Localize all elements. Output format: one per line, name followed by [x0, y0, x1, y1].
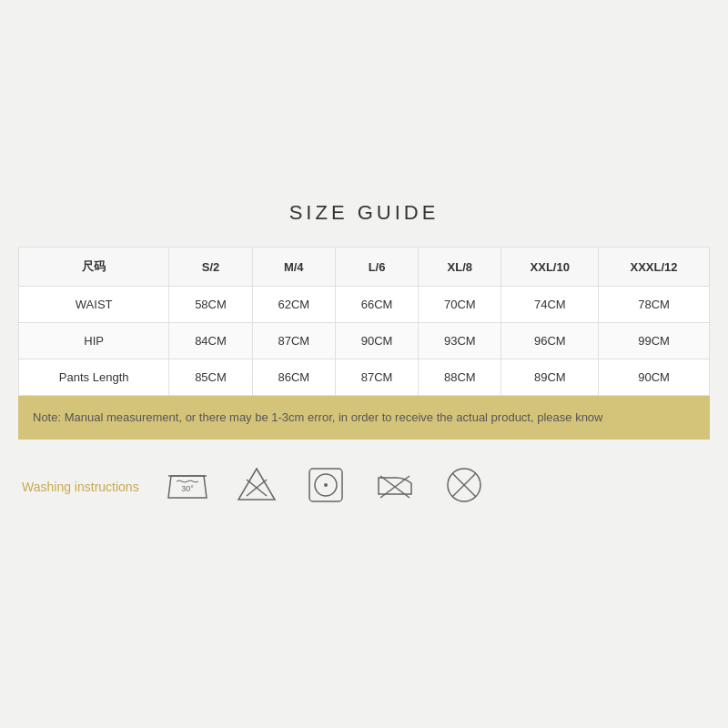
col-header-m4: M/4	[252, 248, 335, 287]
do-not-iron-icon	[371, 461, 419, 512]
row-pantslength-s2: 85CM	[169, 359, 252, 396]
row-pantslength-xl8: 88CM	[419, 359, 501, 396]
note-text: Note: Manual measurement, or there may b…	[33, 410, 602, 424]
row-waist-label: WAIST	[19, 287, 169, 323]
row-hip-l6: 90CM	[335, 323, 418, 359]
washing-label: Washing instructions	[18, 480, 164, 494]
row-waist-m4: 62CM	[252, 287, 335, 323]
row-waist-s2: 58CM	[169, 287, 252, 323]
tumble-dry-icon	[302, 461, 349, 512]
table-row: HIP 84CM 87CM 90CM 93CM 96CM 99CM	[19, 323, 710, 359]
row-waist-xl8: 70CM	[419, 287, 501, 323]
col-header-size: 尺码	[19, 248, 169, 287]
col-header-xl8: XL/8	[419, 248, 501, 287]
row-pantslength-xxl10: 89CM	[501, 359, 599, 396]
row-pantslength-label: Pants Length	[19, 359, 169, 396]
washing-section: Washing instructions 30°	[18, 440, 710, 527]
row-hip-xxl10: 96CM	[501, 323, 599, 359]
svg-point-7	[324, 483, 328, 487]
do-not-bleach-icon	[233, 461, 280, 512]
col-header-xxl10: XXL/10	[501, 248, 599, 287]
row-pantslength-m4: 86CM	[252, 359, 335, 396]
col-header-l6: L/6	[335, 248, 418, 287]
wash-30-icon: 30°	[164, 461, 211, 512]
row-pantslength-xxxl12: 90CM	[599, 359, 710, 396]
row-hip-label: HIP	[19, 323, 169, 359]
row-pantslength-l6: 87CM	[335, 359, 418, 396]
table-header-row: 尺码 S/2 M/4 L/6 XL/8 XXL/10 XXXL/12	[19, 248, 710, 287]
page-container: SIZE GUIDE 尺码 S/2 M/4 L/6 XL/8 XXL/10 XX…	[18, 201, 710, 527]
note-bar: Note: Manual measurement, or there may b…	[18, 396, 710, 440]
svg-marker-2	[238, 469, 275, 500]
table-row: WAIST 58CM 62CM 66CM 70CM 74CM 78CM	[19, 287, 710, 323]
col-header-s2: S/2	[169, 248, 252, 287]
row-waist-l6: 66CM	[335, 287, 418, 323]
row-hip-xxxl12: 99CM	[599, 323, 710, 359]
row-waist-xxl10: 74CM	[501, 287, 599, 323]
washing-icons: 30°	[164, 461, 488, 512]
row-hip-s2: 84CM	[169, 323, 252, 359]
row-hip-m4: 87CM	[252, 323, 335, 359]
table-row: Pants Length 85CM 86CM 87CM 88CM 89CM 90…	[19, 359, 710, 396]
row-waist-xxxl12: 78CM	[599, 287, 710, 323]
col-header-xxxl12: XXXL/12	[599, 248, 710, 287]
row-hip-xl8: 93CM	[419, 323, 501, 359]
svg-text:30°: 30°	[181, 484, 194, 493]
do-not-dry-clean-icon	[440, 461, 488, 512]
size-table: 尺码 S/2 M/4 L/6 XL/8 XXL/10 XXXL/12 WAIST…	[18, 247, 710, 396]
page-title: SIZE GUIDE	[18, 201, 710, 225]
